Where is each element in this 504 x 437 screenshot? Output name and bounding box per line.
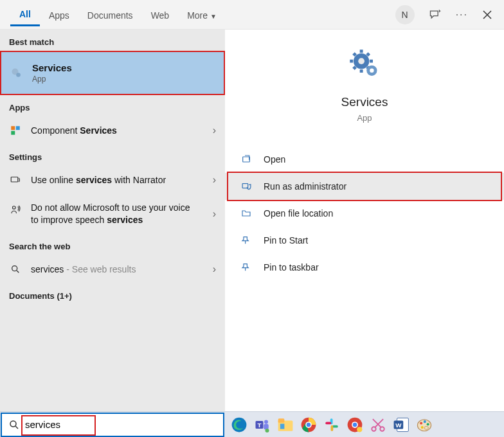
svg-point-53 (424, 426, 429, 429)
tab-all[interactable]: All (10, 3, 40, 26)
action-label: Run as administrator (264, 181, 346, 192)
action-run-admin[interactable]: Run as administrator (225, 173, 504, 200)
action-label: Pin to Start (264, 235, 308, 245)
action-label: Pin to taskbar (264, 262, 319, 272)
services-gear-icon (348, 48, 381, 81)
more-options-icon[interactable]: ··· (456, 9, 468, 21)
svg-point-49 (420, 422, 422, 424)
component-icon (9, 124, 22, 137)
preview-panel: Services App Open Run as administrator O… (225, 30, 504, 411)
result-speech-services[interactable]: Do not allow Microsoft to use your voice… (0, 194, 225, 234)
section-web: Search the web (0, 234, 225, 255)
result-web-services[interactable]: services - See web results › (0, 255, 225, 283)
narrator-icon (9, 174, 22, 186)
chevron-down-icon: ▼ (210, 13, 217, 20)
chevron-right-icon: › (213, 208, 216, 220)
chevron-right-icon: › (213, 263, 216, 275)
result-narrator-services[interactable]: Use online services with Narrator › (0, 166, 225, 194)
svg-line-16 (367, 53, 369, 55)
svg-rect-2 (11, 126, 15, 130)
result-title: Do not allow Microsoft to use your voice… (31, 202, 192, 226)
svg-line-15 (354, 67, 356, 69)
word-icon[interactable]: W (392, 415, 411, 434)
action-open-location[interactable]: Open file location (225, 200, 504, 227)
svg-point-17 (358, 58, 364, 64)
svg-point-1 (16, 73, 21, 77)
explorer-icon[interactable] (276, 415, 295, 434)
user-avatar[interactable]: N (395, 5, 415, 24)
chrome-canary-icon[interactable] (345, 415, 364, 434)
shield-run-icon (240, 181, 252, 192)
section-settings: Settings (0, 145, 225, 166)
search-input[interactable] (25, 419, 223, 430)
svg-point-26 (264, 420, 268, 424)
action-open[interactable]: Open (225, 146, 504, 173)
tab-more[interactable]: More ▼ (178, 4, 226, 26)
svg-rect-20 (243, 157, 250, 162)
svg-rect-4 (11, 131, 15, 135)
action-pin-start[interactable]: Pin to Start (225, 227, 504, 254)
taskbar: T W (0, 411, 504, 437)
snip-icon[interactable] (368, 415, 388, 434)
section-documents: Documents (1+) (0, 283, 225, 305)
svg-point-19 (370, 69, 374, 73)
close-button[interactable] (482, 10, 492, 20)
svg-rect-3 (16, 126, 20, 130)
svg-rect-31 (280, 424, 285, 429)
paint-icon[interactable] (415, 415, 434, 434)
action-pin-taskbar[interactable]: Pin to taskbar (225, 254, 504, 281)
result-subtitle: App (32, 75, 72, 84)
svg-rect-30 (278, 418, 285, 423)
svg-point-52 (421, 426, 424, 429)
tab-web[interactable]: Web (142, 4, 179, 26)
svg-point-50 (424, 420, 426, 423)
svg-text:W: W (395, 422, 402, 429)
chrome-icon[interactable] (299, 415, 318, 434)
chevron-right-icon: › (213, 174, 216, 186)
tab-documents[interactable]: Documents (78, 4, 142, 26)
svg-line-13 (354, 53, 356, 55)
taskbar-search[interactable] (1, 413, 224, 437)
svg-point-34 (307, 422, 311, 427)
gear-icon (10, 67, 23, 80)
svg-rect-37 (331, 425, 334, 431)
open-icon (240, 154, 252, 165)
edge-icon[interactable] (230, 415, 249, 434)
result-title: Services (32, 62, 72, 73)
action-label: Open (264, 154, 285, 165)
feedback-icon[interactable] (429, 8, 442, 21)
section-apps: Apps (0, 95, 225, 116)
result-title: Use online services with Narrator (31, 175, 166, 185)
svg-point-22 (10, 421, 16, 427)
svg-point-28 (266, 429, 269, 433)
preview-subtitle: App (357, 113, 372, 123)
section-best-match: Best match (0, 30, 225, 51)
search-filter-tabs: All Apps Documents Web More ▼ N ··· (0, 0, 504, 30)
folder-icon (240, 208, 252, 219)
teams-icon[interactable]: T (253, 415, 272, 434)
preview-title: Services (341, 95, 388, 109)
result-title: services - See web results (31, 264, 136, 274)
svg-text:T: T (258, 421, 262, 428)
voice-icon (9, 203, 22, 216)
result-component-services[interactable]: Component Services › (0, 116, 225, 145)
result-title: Component Services (31, 125, 117, 136)
chevron-right-icon: › (213, 125, 216, 136)
taskbar-apps: T W (224, 415, 434, 434)
svg-point-6 (13, 206, 16, 210)
search-icon (9, 263, 22, 276)
svg-rect-5 (11, 177, 18, 183)
tab-apps[interactable]: Apps (40, 4, 78, 26)
svg-point-51 (427, 423, 429, 425)
svg-point-42 (357, 427, 362, 432)
svg-rect-27 (264, 424, 269, 429)
slack-icon[interactable] (322, 415, 341, 434)
result-services-app[interactable]: Services App (0, 51, 225, 95)
pin-icon (240, 262, 252, 273)
svg-rect-38 (325, 422, 331, 424)
results-panel: Best match Services App Apps Component S… (0, 30, 225, 411)
action-label: Open file location (264, 208, 333, 219)
pin-icon (240, 235, 252, 246)
svg-point-7 (12, 265, 17, 271)
search-icon (8, 419, 20, 431)
